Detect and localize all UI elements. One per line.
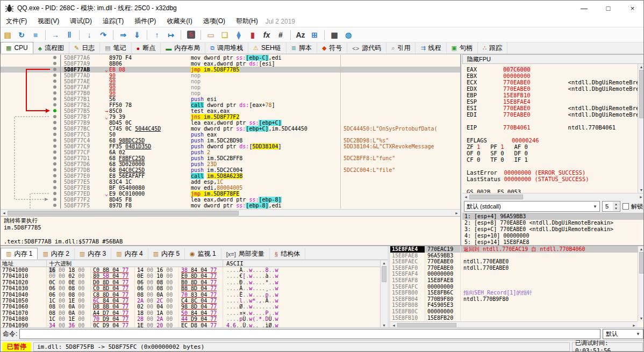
stack-row[interactable]: 15E8FAF0770EABE0ntdll.770EABE0 [390,265,638,271]
stack-row[interactable]: 15E8FAF815E8FAE8 [390,277,638,284]
disasm-row[interactable]: 5D8F77D168 F8BFC25Dpush im.5DC2BFF85DC2B… [1,155,460,161]
disasm-row[interactable]: 5D8F77C468 98BDC25Dpush im.5DC2BD985DC2B… [1,138,460,143]
menu-item[interactable]: 调试(D) [65,16,97,27]
tab-符号[interactable]: ◆符号 [317,42,347,54]
strings-icon[interactable]: Az [294,29,307,41]
scroll-left-icon[interactable]: ◄ [1,210,8,216]
tab-内存 1[interactable]: ▥内存 1 [1,248,38,260]
register-line[interactable] [462,182,638,189]
hide-fpu-button[interactable]: 隐藏FPU [462,54,644,64]
disasm-row[interactable]: 5D8F77BCC745 0C 5044C45Dmov dword ptr ss… [1,126,460,132]
breakpoint-dot[interactable] [53,145,56,148]
dump-row[interactable]: 770410801C 00 1E 0070 D9 04 7728 00 2A 0… [1,316,380,322]
argument-row[interactable]: 1: [esp+4] 96A59BB3 [462,213,644,220]
pause-icon[interactable]: ‖ [63,29,76,41]
functions-icon[interactable]: fx [260,29,273,41]
stack-row[interactable]: 15E8FB1015E8FB20 [390,315,638,321]
tab-脚本[interactable]: ≣脚本 [287,42,317,54]
stack-row[interactable]: 15E8FB0C00000000 [390,308,638,315]
dump-row[interactable]: 7704103006 00 08 00C0 8D 04 7706 00 08 0… [1,285,380,291]
tab-日志[interactable]: ✎日志 [69,42,100,54]
menu-item[interactable]: 追踪(T) [97,16,129,27]
breakpoint-dot[interactable] [53,127,56,130]
scroll-up-icon[interactable]: ▲ [638,246,644,252]
stack-row[interactable]: 15E8FB04770B9F80ntdll.770B9F80 [390,296,638,303]
scroll-up-icon[interactable]: ▲ [638,64,644,70]
disasm-row[interactable]: 5D8F77AE90nop [1,78,460,84]
breakpoint-dot[interactable] [53,198,56,201]
tab-内存布局[interactable]: ▬内存布局 [161,42,205,54]
minimize-button[interactable]: — [572,1,596,16]
disassembly-hscrollbar[interactable]: ◄ ► [1,209,460,216]
scroll-thumb[interactable] [469,195,523,199]
tab-跟踪[interactable]: ∴跟踪 [478,42,507,54]
stack-row[interactable]: 15E8FAFC00000000 [390,284,638,290]
stack-row[interactable]: 15E8FAE896A59BB3 [390,253,638,259]
register-line[interactable] [462,131,638,137]
scroll-up-icon[interactable]: ▲ [381,260,388,266]
menu-item[interactable]: 收藏夹(I) [161,16,197,27]
disasm-row[interactable]: 5D8F77B156push esi [1,96,460,102]
step-over-icon[interactable]: ↷ [97,29,110,41]
breakpoint-dot[interactable] [53,192,56,195]
spin-up-icon[interactable]: ▲ [613,202,619,206]
tab-流程图[interactable]: ♣流程图 [33,42,69,54]
register-line[interactable]: ZF 1 PF 1 AF 0 [462,143,638,150]
execute-till-return-icon[interactable]: ⇒ [117,29,130,41]
register-line[interactable]: ESI770EABE0<ntdll.DbgUiRemoteBreakin> [462,105,638,111]
breakpoint-dot[interactable] [53,109,56,112]
scroll-thumb[interactable] [639,70,644,118]
scroll-right-icon[interactable]: ► [453,210,460,216]
breakpoint-dot[interactable] [53,162,56,166]
tab-笔记[interactable]: ▤笔记 [100,42,131,54]
disasm-row[interactable]: 5D8F77AD90nop [1,73,460,78]
disasm-row[interactable]: 5D8F77B5→85C0test eax,eax [1,108,460,114]
menu-item[interactable]: 文件(F) [1,16,32,27]
scroll-thumb[interactable] [8,211,239,215]
dump-row[interactable]: 7704107008 00 0A 00A4 D7 04 7718 00 1A 0… [1,310,380,316]
register-line[interactable]: LastError 00000000 (ERROR_SUCCESS) [462,169,638,176]
stack-row[interactable]: 15E8FAE4770EAC19返回到 ntdll.770EAC19 自 ntd… [390,246,638,253]
argument-row[interactable]: 3: [esp+C] 770EABE0 <ntdll.DbgUiRemoteBr… [462,226,644,233]
stack-row[interactable]: 15E8FB0015E8FB6C指向SEH_Record[1]的指针 [390,290,638,296]
register-line[interactable] [462,118,638,124]
register-line[interactable]: EDX770EABE0<ntdll.DbgUiRemoteBreakin> [462,85,638,92]
register-line[interactable]: EBX00000000 [462,73,638,79]
menu-item[interactable]: 帮助(H) [231,16,263,27]
calling-convention-select[interactable]: 默认 (stdcall) ▼ [464,201,600,212]
disasm-row[interactable]: 5D8F77B090nop [1,90,460,96]
disasm-row[interactable]: 5D8F77E0E8 56EAFAFFcall im.5D8A623B [1,173,460,179]
comments-icon[interactable]: ❏ [218,29,231,41]
breakpoint-dot[interactable] [53,97,56,100]
breakpoint-dot[interactable] [53,139,56,142]
spin-down-icon[interactable]: ▼ [613,206,619,211]
memory-goto-icon[interactable]: ⊞ [308,29,321,41]
tab-调用堆栈[interactable]: ⧉调用堆栈 [205,42,248,54]
open-file-icon[interactable]: ▤ [1,29,14,41]
tab-句柄[interactable]: ▣句柄 [447,42,478,54]
calculator-icon[interactable]: ▦ [328,29,341,41]
argument-row[interactable]: 2: [esp+8] 770EABE0 <ntdll.DbgUiRemoteBr… [462,220,644,226]
argument-row[interactable]: 5: [esp+14] 15E8FAE8 [462,239,644,245]
unlock-checkbox[interactable] [622,203,629,210]
breakpoint-dot[interactable] [53,186,56,189]
step-out-icon[interactable]: ↑ [151,29,163,41]
scroll-right-icon[interactable]: ► [638,194,644,200]
disasm-row[interactable]: 5D8F77B98D45 0Clea eax,dword ptr ss:[ebp… [1,120,460,126]
tab-SEH链[interactable]: ⚠SEH链 [248,42,287,54]
arg-count-spinner[interactable]: 5 ▲▼ [602,201,620,212]
run-icon[interactable]: → [49,29,62,41]
dump-row[interactable]: 7704101000 00 02 0080 5B 04 770E 00 10 0… [1,273,380,279]
scroll-left-icon[interactable]: ◄ [462,194,469,200]
disasm-row[interactable]: 5D8F77C9FF35 0481D35Dpush dword ptr ds:[… [1,143,460,149]
stack-vscrollbar[interactable]: ▲ ▼ [638,246,644,321]
dump-row[interactable]: 770410501C 00 1E 006C 84 04 772A 00 2C 0… [1,298,380,304]
scroll-down-icon[interactable]: ▼ [638,187,644,193]
register-line[interactable]: GS 002B FS 0053 [462,189,638,193]
disasm-row[interactable]: 5D8F77E583C4 1Cadd esp,1C [1,179,460,185]
tab-内存 5[interactable]: ▥内存 5 [148,248,185,260]
call-arguments-list[interactable]: 1: [esp+4] 96A59BB32: [esp+8] 770EABE0 <… [462,213,644,245]
register-line[interactable]: EBP15E8FB10 [462,92,638,98]
disasm-row[interactable]: 5D8F77B2FF50 78call dword ptr ds:[eax+78… [1,102,460,108]
labels-icon[interactable]: ⧫ [232,29,245,41]
